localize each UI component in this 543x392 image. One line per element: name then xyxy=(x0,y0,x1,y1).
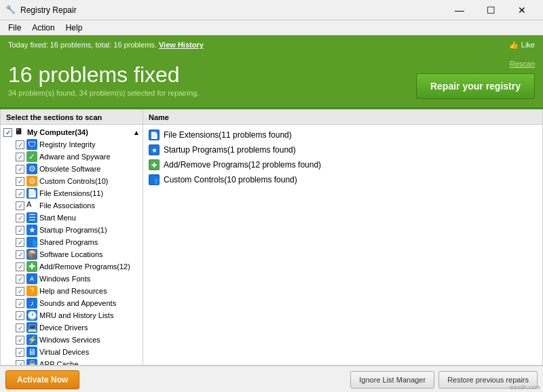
tree-item-software-loc[interactable]: 📦 Software Locations xyxy=(1,248,143,260)
tree-item-registry-integrity[interactable]: 🛡 Registry Integrity xyxy=(1,138,143,151)
tree-item-shared-programs[interactable]: 👥 Shared Programs xyxy=(1,236,143,248)
checkbox-mru[interactable] xyxy=(16,311,24,320)
tree-item-start-menu[interactable]: ☰ Start Menu xyxy=(1,212,143,224)
checkbox-add-remove[interactable] xyxy=(16,262,24,271)
device-icon: 💻 xyxy=(26,322,37,333)
result-label-file-ext: File Extensions(11 problems found) xyxy=(164,130,292,140)
tree-label-sounds: Sounds and Appevents xyxy=(39,299,116,307)
tree-item-startup-programs[interactable]: ★ Startup Programs(1) xyxy=(1,224,143,236)
repair-button[interactable]: Repair your registry xyxy=(416,73,535,99)
tree-item-help[interactable]: ? Help and Resources xyxy=(1,285,143,297)
checkbox-shared-programs[interactable] xyxy=(16,238,24,247)
tree-label-adware: Adware and Spyware xyxy=(39,153,111,161)
checkbox-adware[interactable] xyxy=(16,153,24,161)
hero-left: 16 problems fixed 34 problem(s) found, 3… xyxy=(8,62,199,97)
checkbox-registry-integrity[interactable] xyxy=(16,140,24,149)
app-title: Registry Repair xyxy=(20,5,444,15)
tree-item-adware[interactable]: ✓ Adware and Spyware xyxy=(1,151,143,163)
right-panel: Name 📄 File Extensions(11 problems found… xyxy=(143,110,542,365)
checkbox-arp[interactable] xyxy=(16,360,24,366)
result-icon-startup: ★ xyxy=(149,144,160,155)
bottom-bar: Activate Now Ignore List Manager Restore… xyxy=(0,366,543,392)
thumb-icon: 👍 xyxy=(509,41,519,50)
activate-button[interactable]: Activate Now xyxy=(5,370,79,389)
tree-item-windows-services[interactable]: ⚡ Windows Services xyxy=(1,334,143,346)
mru-icon: 🕐 xyxy=(26,310,37,321)
checkbox-help[interactable] xyxy=(16,287,24,296)
result-item-custom-controls[interactable]: 👥 Custom Controls(10 problems found) xyxy=(143,172,542,187)
menu-help[interactable]: Help xyxy=(60,20,88,35)
notification-bar: Today fixed: 16 problems, total: 16 prob… xyxy=(0,35,543,54)
hero-title: 16 problems fixed xyxy=(8,62,199,87)
result-item-add-remove[interactable]: ✚ Add/Remove Programs(12 problems found) xyxy=(143,157,542,172)
like-button[interactable]: 👍 Like xyxy=(509,41,535,50)
app-icon: 🔧 xyxy=(5,5,16,16)
checkbox-custom-controls[interactable] xyxy=(16,177,24,186)
tree-item-add-remove[interactable]: ✚ Add/Remove Programs(12) xyxy=(1,260,143,273)
tree-label-my-computer: My Computer(34) xyxy=(27,128,88,136)
tree-label-arp: ARP Cache xyxy=(39,360,78,365)
checkbox-startup-programs[interactable] xyxy=(16,226,24,235)
start-menu-icon: ☰ xyxy=(26,212,37,223)
tree-label-help: Help and Resources xyxy=(39,287,107,295)
left-panel: Select the sections to scan 🖥 My Compute… xyxy=(1,110,143,365)
shared-programs-icon: 👥 xyxy=(26,237,37,248)
result-label-custom-controls: Custom Controls(10 problems found) xyxy=(164,175,297,184)
checkbox-device-drivers[interactable] xyxy=(16,324,24,332)
tree-item-custom-controls[interactable]: ⚙ Custom Controls(10) xyxy=(1,175,143,187)
menu-action[interactable]: Action xyxy=(26,20,60,35)
sounds-icon: ♪ xyxy=(26,298,37,309)
title-bar: 🔧 Registry Repair — ☐ ✕ xyxy=(0,0,543,20)
checkbox-start-menu[interactable] xyxy=(16,214,24,222)
checkbox-sounds[interactable] xyxy=(16,299,24,308)
checkbox-file-ext[interactable] xyxy=(16,189,24,198)
file-ext-icon: 📄 xyxy=(26,188,37,199)
close-button[interactable]: ✕ xyxy=(506,0,538,20)
rescan-link[interactable]: Rescan xyxy=(510,60,535,68)
checkbox-my-computer[interactable] xyxy=(3,128,12,137)
maximize-button[interactable]: ☐ xyxy=(475,0,506,20)
arp-icon: 🔒 xyxy=(26,359,37,365)
tree-item-mru[interactable]: 🕐 MRU and History Lists xyxy=(1,309,143,321)
tree-item-my-computer[interactable]: 🖥 My Computer(34) ▲ xyxy=(1,126,143,138)
tree-label-virtual: Virtual Devices xyxy=(39,348,89,356)
tree-item-windows-fonts[interactable]: A Windows Fonts xyxy=(1,273,143,285)
ignore-list-button[interactable]: Ignore List Manager xyxy=(350,371,434,389)
main-content: Select the sections to scan 🖥 My Compute… xyxy=(0,109,543,366)
minimize-button[interactable]: — xyxy=(444,0,475,20)
custom-controls-icon: ⚙ xyxy=(26,176,37,187)
tree-label-mru: MRU and History Lists xyxy=(39,311,113,319)
hero-right: Rescan Repair your registry xyxy=(416,60,535,99)
tree-label-software-loc: Software Locations xyxy=(39,250,103,258)
checkbox-software-loc[interactable] xyxy=(16,250,24,259)
tree-label-custom-controls: Custom Controls(10) xyxy=(39,177,108,185)
hero-subtitle: 34 problem(s) found, 34 problem(s) selec… xyxy=(8,89,199,97)
menu-file[interactable]: File xyxy=(3,20,26,35)
tree-item-arp[interactable]: 🔒 ARP Cache xyxy=(1,358,143,365)
tree-label-registry-integrity: Registry Integrity xyxy=(39,140,96,149)
tree-label-start-menu: Start Menu xyxy=(39,214,76,222)
startup-icon: ★ xyxy=(26,224,37,235)
tree-item-virtual[interactable]: 🖥 Virtual Devices xyxy=(1,346,143,358)
checkbox-windows-services[interactable] xyxy=(16,336,24,345)
view-history-link[interactable]: View History xyxy=(159,41,204,49)
tree-item-device-drivers[interactable]: 💻 Device Drivers xyxy=(1,321,143,334)
tree-item-obsolete[interactable]: ⚙ Obsolete Software xyxy=(1,163,143,175)
tree-label-file-ext: File Extensions(11) xyxy=(39,189,103,197)
tree-label-startup-programs: Startup Programs(1) xyxy=(39,226,107,234)
result-item-file-ext[interactable]: 📄 File Extensions(11 problems found) xyxy=(143,128,542,142)
checkbox-windows-fonts[interactable] xyxy=(16,275,24,283)
checkbox-obsolete[interactable] xyxy=(16,165,24,174)
tree-item-file-assoc[interactable]: A File Associations xyxy=(1,199,143,212)
virtual-icon: 🖥 xyxy=(26,347,37,357)
computer-icon: 🖥 xyxy=(14,127,25,138)
tree-label-add-remove: Add/Remove Programs(12) xyxy=(39,262,130,271)
tree-item-sounds[interactable]: ♪ Sounds and Appevents xyxy=(1,297,143,309)
bug-icon: ✓ xyxy=(26,151,37,162)
result-item-startup[interactable]: ★ Startup Programs(1 problems found) xyxy=(143,142,542,157)
tree-item-file-ext[interactable]: 📄 File Extensions(11) xyxy=(1,187,143,199)
hero-section: 16 problems fixed 34 problem(s) found, 3… xyxy=(0,54,543,109)
checkbox-file-assoc[interactable] xyxy=(16,201,24,210)
shield-icon: 🛡 xyxy=(26,139,37,150)
checkbox-virtual[interactable] xyxy=(16,348,24,357)
